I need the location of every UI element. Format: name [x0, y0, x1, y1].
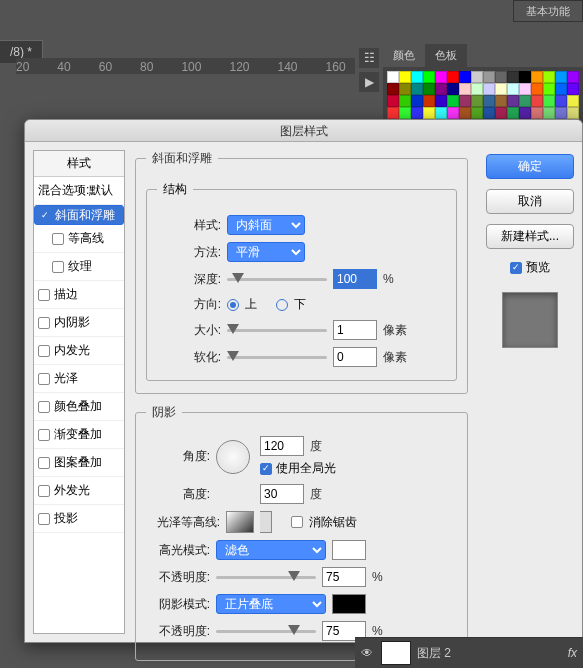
dialog-title: 图层样式 — [25, 120, 582, 142]
style-list-header: 样式 — [34, 151, 124, 177]
direction-up-radio[interactable] — [227, 299, 239, 311]
direction-down-radio[interactable] — [276, 299, 288, 311]
contour-item[interactable]: 等高线 — [34, 225, 124, 253]
workspace-basic-button[interactable]: 基本功能 — [513, 0, 583, 22]
layer-thumbnail[interactable] — [381, 641, 411, 665]
tab-color[interactable]: 颜色 — [383, 44, 425, 67]
bevel-checkbox[interactable] — [39, 209, 51, 221]
inner-shadow-checkbox[interactable] — [38, 317, 50, 329]
bevel-section: 斜面和浮雕 结构 样式:内斜面 方法:平滑 深度:% 方向:上 下 大小:像素 … — [135, 150, 468, 394]
highlight-opacity-slider[interactable] — [216, 570, 316, 584]
texture-item[interactable]: 纹理 — [34, 253, 124, 281]
new-style-button[interactable]: 新建样式... — [486, 224, 574, 249]
satin-item[interactable]: 光泽 — [34, 365, 124, 393]
tab-swatch[interactable]: 色板 — [425, 44, 467, 67]
drop-shadow-checkbox[interactable] — [38, 513, 50, 525]
shadow-mode-label: 阴影模式: — [146, 596, 210, 613]
technique-label: 方法: — [157, 244, 221, 261]
highlight-opacity-label: 不透明度: — [146, 569, 210, 586]
highlight-mode-select[interactable]: 滤色 — [216, 540, 326, 560]
gloss-contour-label: 光泽等高线: — [146, 514, 220, 531]
contour-checkbox[interactable] — [52, 233, 64, 245]
soften-label: 软化: — [157, 349, 221, 366]
color-overlay-item[interactable]: 颜色叠加 — [34, 393, 124, 421]
shading-title: 阴影 — [146, 404, 182, 421]
drop-shadow-item[interactable]: 投影 — [34, 505, 124, 533]
highlight-color-swatch[interactable] — [332, 540, 366, 560]
angle-wheel[interactable] — [216, 440, 250, 474]
color-swatches[interactable] — [383, 67, 583, 123]
fx-badge[interactable]: fx — [568, 646, 577, 660]
angle-input[interactable] — [260, 436, 304, 456]
bevel-emboss-item[interactable]: 斜面和浮雕 — [34, 205, 124, 225]
pattern-overlay-item[interactable]: 图案叠加 — [34, 449, 124, 477]
texture-checkbox[interactable] — [52, 261, 64, 273]
size-input[interactable] — [333, 320, 377, 340]
size-label: 大小: — [157, 322, 221, 339]
outer-glow-checkbox[interactable] — [38, 485, 50, 497]
panel-play-icon[interactable]: ▶ — [359, 72, 379, 92]
bevel-section-title: 斜面和浮雕 — [146, 150, 218, 167]
altitude-input[interactable] — [260, 484, 304, 504]
altitude-label: 高度: — [146, 486, 210, 503]
soften-slider[interactable] — [227, 350, 327, 364]
gradient-overlay-checkbox[interactable] — [38, 429, 50, 441]
preview-checkbox[interactable] — [510, 262, 522, 274]
layer-name[interactable]: 图层 2 — [417, 645, 451, 662]
preview-thumbnail — [502, 292, 558, 348]
depth-input[interactable] — [333, 269, 377, 289]
cancel-button[interactable]: 取消 — [486, 189, 574, 214]
inner-glow-item[interactable]: 内发光 — [34, 337, 124, 365]
layers-panel: 👁 图层 2 fx — [355, 637, 583, 668]
inner-glow-checkbox[interactable] — [38, 345, 50, 357]
shadow-color-swatch[interactable] — [332, 594, 366, 614]
antialias-checkbox[interactable] — [291, 516, 303, 528]
color-overlay-checkbox[interactable] — [38, 401, 50, 413]
stroke-checkbox[interactable] — [38, 289, 50, 301]
gloss-contour-dropdown[interactable] — [260, 511, 272, 533]
gradient-overlay-item[interactable]: 渐变叠加 — [34, 421, 124, 449]
outer-glow-item[interactable]: 外发光 — [34, 477, 124, 505]
soften-input[interactable] — [333, 347, 377, 367]
visibility-icon[interactable]: 👁 — [361, 646, 375, 660]
size-slider[interactable] — [227, 323, 327, 337]
gloss-contour-thumb[interactable] — [226, 511, 254, 533]
layer-row[interactable]: 👁 图层 2 fx — [355, 637, 583, 668]
technique-select[interactable]: 平滑 — [227, 242, 305, 262]
panel-arrange-icon[interactable]: ☷ — [359, 48, 379, 68]
depth-slider[interactable] — [227, 272, 327, 286]
style-select[interactable]: 内斜面 — [227, 215, 305, 235]
structure-title: 结构 — [157, 181, 193, 198]
global-light-checkbox[interactable] — [260, 463, 272, 475]
highlight-mode-label: 高光模式: — [146, 542, 210, 559]
inner-shadow-item[interactable]: 内阴影 — [34, 309, 124, 337]
pattern-overlay-checkbox[interactable] — [38, 457, 50, 469]
shadow-opacity-slider[interactable] — [216, 624, 316, 638]
structure-group: 结构 样式:内斜面 方法:平滑 深度:% 方向:上 下 大小:像素 软化:像素 — [146, 181, 457, 381]
shadow-mode-select[interactable]: 正片叠底 — [216, 594, 326, 614]
ok-button[interactable]: 确定 — [486, 154, 574, 179]
highlight-opacity-input[interactable] — [322, 567, 366, 587]
satin-checkbox[interactable] — [38, 373, 50, 385]
style-list: 样式 混合选项:默认 斜面和浮雕 等高线 纹理 描边 内阴影 内发光 光泽 颜色… — [33, 150, 125, 634]
angle-label: 角度: — [146, 448, 210, 465]
stroke-item[interactable]: 描边 — [34, 281, 124, 309]
color-panel: ☷ ▶ 颜色 色板 — [355, 44, 583, 123]
preview-label: 预览 — [526, 259, 550, 276]
shading-group: 阴影 角度: 度 使用全局光 高度:度 光泽等高线: 消除锯齿 高光模式:滤色 … — [135, 404, 468, 661]
style-label: 样式: — [157, 217, 221, 234]
shadow-opacity-label: 不透明度: — [146, 623, 210, 640]
direction-label: 方向: — [157, 296, 221, 313]
depth-label: 深度: — [157, 271, 221, 288]
layer-style-dialog: 图层样式 样式 混合选项:默认 斜面和浮雕 等高线 纹理 描边 内阴影 内发光 … — [24, 119, 583, 643]
blend-options-item[interactable]: 混合选项:默认 — [34, 177, 124, 205]
